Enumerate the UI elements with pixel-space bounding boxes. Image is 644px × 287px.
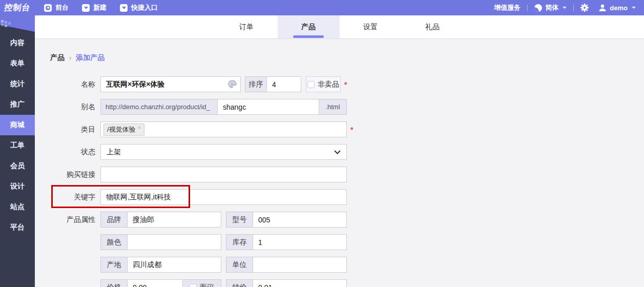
brand-input[interactable] [127,212,221,228]
unit-input[interactable] [253,257,347,273]
attr-price-group: 价格 面议 [100,279,221,287]
stock-input[interactable] [253,234,347,250]
price-addon: 价格 [100,279,127,287]
attributes-row-1: 产品属性 品牌 型号 [50,212,644,228]
alias-url-suffix: .html [319,99,347,115]
status-row: 状态 上架 [50,144,644,160]
negotiable-label: 面议 [200,283,214,287]
category-tag: /视觉体验 × [103,124,144,136]
color-input[interactable] [127,234,221,250]
stock-addon: 库存 [226,234,253,250]
attributes-row-2: 颜色 库存 [50,234,644,250]
required-mark: * [350,126,353,134]
user-menu[interactable]: demo [598,4,636,12]
unit-addon: 单位 [226,257,253,273]
sidebar: 内容 表单 统计 推广 商城 工单 会员 设计 站点 平台 [0,15,35,287]
color-addon: 颜色 [100,234,127,250]
name-input[interactable] [100,76,241,92]
sidebar-menu: 内容 表单 统计 推广 商城 工单 会员 设计 站点 平台 [0,33,35,238]
caret-down-icon [632,7,636,9]
attr-color-group: 颜色 [100,234,221,250]
sidebar-item-stats[interactable]: 统计 [0,74,35,94]
attr-special-price-group: 特价 [226,279,347,287]
sidebar-item-platform[interactable]: 平台 [0,217,35,238]
sidebar-item-content[interactable]: 内容 [0,33,35,53]
status-select[interactable]: 上架 [100,144,347,160]
status-value: 上架 [107,148,121,157]
model-input[interactable] [253,212,347,228]
name-label: 名称 [50,80,95,89]
sort-addon: 排序 [245,76,266,92]
special-price-input[interactable] [253,279,347,287]
nav-frontend-label: 前台 [55,3,69,12]
keywords-input[interactable] [100,189,347,205]
sidebar-item-ticket[interactable]: 工单 [0,135,35,156]
remove-tag-icon[interactable]: × [138,125,141,131]
pixel-blocks-decoration [1,20,4,23]
caret-badge-icon [82,4,90,12]
alias-url-prefix: http://demo.chanzhi.org/product/id_ [100,99,217,115]
caret-badge-icon [120,4,128,12]
origin-input[interactable] [127,257,221,273]
special-price-addon: 特价 [226,279,253,287]
sidebar-item-promotion[interactable]: 推广 [0,94,35,115]
attr-origin-group: 产地 [100,257,221,273]
nav-quick-entry-label: 快捷入口 [131,3,158,12]
name-input-wrap [100,76,241,92]
alias-row: 别名 http://demo.chanzhi.org/product/id_ .… [50,99,644,115]
top-tabbar: 订单 产品 设置 礼品 [35,15,644,38]
negotiable-checkbox[interactable] [190,284,197,287]
keywords-label: 关键字 [50,193,95,202]
alias-input[interactable] [217,99,319,115]
palette-icon[interactable] [227,79,237,91]
breadcrumb-products[interactable]: 产品 [50,53,65,63]
nonsale-label: 非卖品 [318,80,339,89]
sidebar-item-design[interactable]: 设计 [0,176,35,197]
origin-addon: 产地 [100,257,127,273]
attributes-row-3: 产地 单位 [50,257,644,273]
topbar-right: 增值服务 简体 [494,3,636,12]
tab-gifts[interactable]: 礼品 [402,15,464,38]
chevron-down-icon [334,150,341,154]
breadcrumb-separator: › [69,54,71,61]
sidebar-item-site[interactable]: 站点 [0,197,35,217]
status-label: 状态 [50,148,95,157]
attr-model-group: 型号 [226,212,347,228]
user-name: demo [610,4,628,12]
keywords-row: 关键字 [50,189,644,205]
nav-quick-entry[interactable]: 快捷入口 [120,3,158,12]
sidebar-item-member[interactable]: 会员 [0,156,35,176]
buy-link-input[interactable] [100,167,347,182]
nav-create[interactable]: 新建 [82,3,107,12]
sort-input[interactable] [266,76,301,92]
attributes-row-4: 价格 面议 特价 [50,279,644,287]
tab-products[interactable]: 产品 [278,15,340,38]
price-input[interactable] [127,279,183,287]
category-picker[interactable]: /视觉体验 × [100,121,347,137]
brand-addon: 品牌 [100,212,127,228]
sidebar-item-form[interactable]: 表单 [0,53,35,74]
settings-button[interactable] [580,4,589,12]
main-content: 产品 › 添加产品 名称 排序 非卖品 * 别名 [35,38,644,287]
topbar: 控制台 前台 新建 快捷入口 增值服务 简体 [0,0,644,15]
tab-orders[interactable]: 订单 [216,15,278,38]
attr-brand-group: 品牌 [100,212,221,228]
required-mark: * [344,80,347,89]
category-label: 类目 [50,125,95,134]
attr-stock-group: 库存 [226,234,347,250]
globe-icon [534,4,542,12]
category-row: 类目 /视觉体验 × * [50,121,644,137]
tab-settings[interactable]: 设置 [340,15,402,38]
eye-badge-icon [44,4,52,12]
value-added-services-link[interactable]: 增值服务 [494,3,521,12]
sidebar-item-shop[interactable]: 商城 [0,115,35,135]
nav-frontend[interactable]: 前台 [44,3,69,12]
topbar-nav: 前台 新建 快捷入口 [44,3,158,12]
nonsale-checkbox[interactable] [307,81,315,88]
negotiable-group: 面议 [183,279,221,287]
nav-create-label: 新建 [93,3,107,12]
buy-link-row: 购买链接 [50,167,644,182]
app-logo[interactable]: 控制台 [0,3,35,13]
gear-icon [580,4,589,12]
language-menu[interactable]: 简体 [534,3,567,12]
